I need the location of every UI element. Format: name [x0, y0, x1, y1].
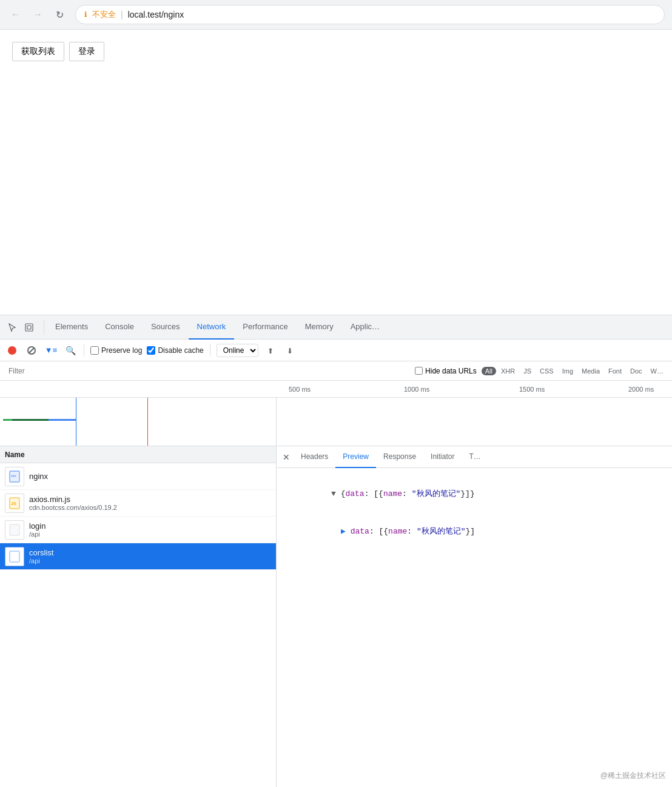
svg-text:</>: </>: [11, 474, 16, 478]
preview-content: ▼ {data: [{name: "秋风的笔记"}]} ▶ data: [{na…: [277, 468, 672, 787]
url-text: local.test/nginx: [128, 10, 184, 19]
search-button[interactable]: 🔍: [63, 343, 78, 358]
timeline-header: 500 ms 1000 ms 1500 ms 2000 ms: [0, 381, 672, 398]
filter-bar: Hide data URLs All XHR JS CSS Img Media …: [0, 361, 672, 381]
download-icon: [287, 346, 293, 355]
tab-elements[interactable]: Elements: [47, 315, 96, 340]
list-item[interactable]: JS axios.min.js cdn.bootcss.com/axios/0.…: [0, 490, 276, 517]
devtools-panel: Elements Console Sources Network Perform…: [0, 315, 672, 787]
filter-ws[interactable]: W…: [647, 367, 667, 375]
tab-timing[interactable]: T…: [462, 446, 488, 468]
filter-input[interactable]: [5, 366, 410, 377]
record-button[interactable]: [5, 343, 19, 358]
list-item[interactable]: corslist /api: [0, 543, 276, 570]
timeline-bar-blue: [49, 419, 76, 421]
svg-rect-7: [10, 551, 19, 562]
browser-chrome: ← → ↻ ℹ 不安全 | local.test/nginx: [0, 0, 672, 30]
ban-icon: [27, 346, 36, 355]
file-name: axios.min.js: [29, 495, 271, 504]
tab-application[interactable]: Applic…: [342, 315, 388, 340]
list-item[interactable]: login /api: [0, 517, 276, 543]
file-subtitle-selected: /api: [29, 557, 271, 564]
file-subtitle: /api: [29, 531, 271, 538]
file-info: nginx: [29, 472, 271, 481]
file-name-selected: corslist: [29, 548, 271, 557]
file-info: login /api: [29, 521, 271, 538]
file-info-selected: corslist /api: [29, 548, 271, 564]
login-button[interactable]: 登录: [69, 42, 104, 61]
preview-tabs-bar: ✕ Headers Preview Response Initiator T…: [277, 446, 672, 468]
toolbar-divider2: [210, 344, 210, 357]
upload-icon: [267, 346, 274, 355]
file-subtitle: cdn.bootcss.com/axios/0.19.2: [29, 504, 271, 511]
disable-cache-label[interactable]: Disable cache: [147, 346, 203, 355]
json-collapse-arrow[interactable]: ▼: [331, 489, 341, 498]
url-separator: |: [121, 10, 123, 19]
forward-button[interactable]: →: [29, 6, 46, 23]
timeline-blue-line: [76, 398, 76, 446]
list-item[interactable]: </> nginx: [0, 463, 276, 490]
filter-types: All XHR JS CSS Img Media Font Doc W…: [482, 367, 667, 375]
page-buttons: 获取列表 登录: [12, 42, 660, 61]
search-icon: 🔍: [66, 346, 76, 355]
layers-icon[interactable]: [22, 320, 36, 335]
timeline-bars: [3, 419, 76, 421]
timeline-marks: 500 ms 1000 ms 1500 ms 2000 ms: [277, 381, 672, 398]
svg-rect-0: [25, 324, 33, 331]
cursor-icon[interactable]: [5, 320, 19, 335]
preview-panel: ✕ Headers Preview Response Initiator T…: [277, 446, 672, 787]
timeline-chart: [0, 398, 672, 446]
tab-console[interactable]: Console: [96, 315, 143, 340]
tab-sources[interactable]: Sources: [143, 315, 189, 340]
refresh-button[interactable]: ↻: [51, 6, 68, 23]
filter-img[interactable]: Img: [559, 367, 577, 375]
hide-data-urls-checkbox[interactable]: [415, 367, 423, 375]
export-button[interactable]: [283, 343, 297, 358]
address-bar[interactable]: ℹ 不安全 | local.test/nginx: [75, 5, 665, 24]
mark-500ms: 500 ms: [289, 386, 311, 393]
devtools-tabs-bar: Elements Console Sources Network Perform…: [0, 315, 672, 340]
preserve-log-label[interactable]: Preserve log: [90, 346, 142, 355]
filter-doc[interactable]: Doc: [627, 367, 646, 375]
blank-icon: [5, 520, 24, 540]
preserve-log-checkbox[interactable]: [90, 346, 99, 355]
svg-rect-6: [10, 524, 19, 535]
json-line-2: ▶ data: [{name: "秋风的笔记"}]: [284, 513, 665, 551]
toolbar-divider: [84, 344, 84, 357]
tab-memory[interactable]: Memory: [297, 315, 342, 340]
timeline-red-line: [147, 398, 148, 446]
filter-css[interactable]: CSS: [536, 367, 557, 375]
tab-preview[interactable]: Preview: [335, 446, 376, 468]
throttle-select[interactable]: Online: [217, 344, 258, 357]
filter-icon: ▼≡: [45, 346, 57, 355]
filter-all[interactable]: All: [482, 367, 496, 375]
tab-network[interactable]: Network: [189, 315, 235, 340]
timeline-bar-darkgreen: [12, 419, 49, 421]
mark-1500ms: 1500 ms: [519, 386, 545, 393]
json-expand-arrow[interactable]: ▶: [341, 527, 351, 536]
back-button[interactable]: ←: [7, 6, 24, 23]
filter-js[interactable]: JS: [520, 367, 535, 375]
tab-performance[interactable]: Performance: [234, 315, 296, 340]
filter-media[interactable]: Media: [578, 367, 603, 375]
filter-font[interactable]: Font: [605, 367, 625, 375]
page-content: 获取列表 登录: [0, 30, 672, 315]
disable-cache-checkbox[interactable]: [147, 346, 155, 355]
fetch-list-button[interactable]: 获取列表: [12, 42, 64, 61]
security-icon: ℹ: [84, 10, 87, 19]
tab-response[interactable]: Response: [376, 446, 423, 468]
tab-headers[interactable]: Headers: [294, 446, 335, 468]
filter-xhr[interactable]: XHR: [497, 367, 519, 375]
close-preview-button[interactable]: ✕: [279, 450, 294, 464]
file-name: nginx: [29, 472, 271, 481]
security-label: 不安全: [92, 9, 116, 20]
json-line-1: ▼ {data: [{name: "秋风的笔记"}]}: [284, 475, 665, 513]
clear-button[interactable]: [24, 343, 39, 358]
hide-data-urls-label[interactable]: Hide data URLs: [415, 367, 477, 375]
tab-initiator[interactable]: Initiator: [423, 446, 462, 468]
html-icon: </>: [5, 467, 24, 486]
filter-button[interactable]: ▼≡: [44, 343, 58, 358]
mark-1000ms: 1000 ms: [404, 386, 429, 393]
timeline-chart-left: [0, 398, 277, 446]
import-button[interactable]: [263, 343, 278, 358]
